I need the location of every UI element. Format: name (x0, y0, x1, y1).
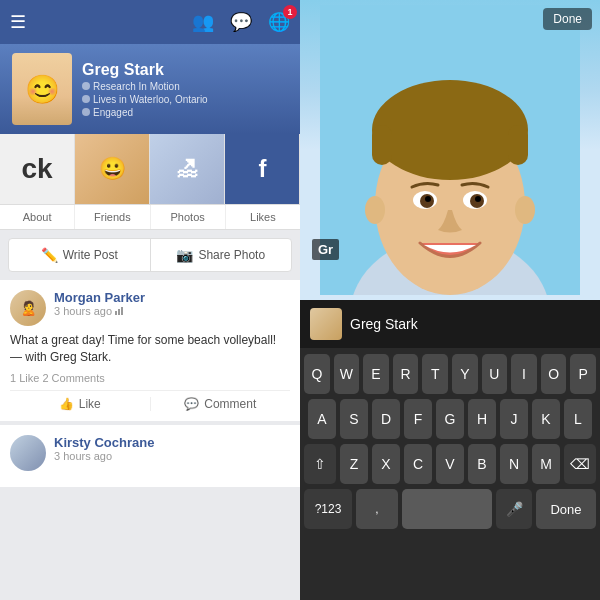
key-q[interactable]: Q (304, 354, 330, 394)
key-j[interactable]: J (500, 399, 528, 439)
post-avatar-1: 🙎 (10, 290, 46, 326)
kb-row-3: ⇧ Z X C V B N M ⌫ (304, 444, 596, 484)
key-z[interactable]: Z (340, 444, 368, 484)
key-w[interactable]: W (334, 354, 360, 394)
shift-key[interactable]: ⇧ (304, 444, 336, 484)
nav-bar: ☰ 👥 💬 🌐 (0, 0, 300, 44)
tab-about[interactable]: About (0, 205, 75, 229)
key-u[interactable]: U (482, 354, 508, 394)
key-h[interactable]: H (468, 399, 496, 439)
tab-bar: About Friends Photos Likes (0, 204, 300, 230)
key-s[interactable]: S (340, 399, 368, 439)
profile-info: Greg Stark Research In Motion Lives in W… (82, 61, 208, 118)
tag-search-bar: Greg Stark (300, 300, 600, 348)
key-n[interactable]: N (500, 444, 528, 484)
photo-thumb-3[interactable]: 🏖 (150, 134, 225, 204)
camera-icon: 📷 (176, 247, 193, 263)
svg-rect-5 (372, 125, 392, 165)
comment-icon: 💬 (184, 397, 199, 411)
svg-point-14 (515, 196, 535, 224)
svg-point-12 (475, 196, 481, 202)
signal-icon (115, 307, 123, 315)
profile-company: Research In Motion (82, 81, 208, 92)
action-row: ✏️ Write Post 📷 Share Photo (8, 238, 292, 272)
post-author-2[interactable]: Kirsty Cochrane (54, 435, 290, 450)
right-panel: Done Gr Greg Stark Q W E R T Y U I O P A… (300, 0, 600, 600)
photo-thumb-1[interactable]: ck (0, 134, 75, 204)
profile-header: 😊 Greg Stark Research In Motion Lives in… (0, 44, 300, 134)
done-key[interactable]: Done (536, 489, 596, 529)
done-button-photo[interactable]: Done (543, 8, 592, 30)
notifications-icon[interactable]: 🌐 (268, 11, 290, 33)
mic-key[interactable]: 🎤 (496, 489, 532, 529)
kb-row-2: A S D F G H J K L (304, 399, 596, 439)
write-post-button[interactable]: ✏️ Write Post (9, 239, 151, 271)
photo-thumb-2[interactable]: 😀 (75, 134, 150, 204)
post-card-1: 🙎 Morgan Parker 3 hours ago What a great… (0, 280, 300, 421)
tab-photos[interactable]: Photos (151, 205, 226, 229)
key-c[interactable]: C (404, 444, 432, 484)
num-key[interactable]: ?123 (304, 489, 352, 529)
tab-likes[interactable]: Likes (226, 205, 300, 229)
key-x[interactable]: X (372, 444, 400, 484)
key-v[interactable]: V (436, 444, 464, 484)
post-card-2: Kirsty Cochrane 3 hours ago (0, 425, 300, 487)
hamburger-icon[interactable]: ☰ (10, 11, 26, 33)
tag-avatar (310, 308, 342, 340)
key-t[interactable]: T (422, 354, 448, 394)
post-header-1: 🙎 Morgan Parker 3 hours ago (10, 290, 290, 326)
post-meta-2: Kirsty Cochrane 3 hours ago (54, 435, 290, 462)
tag-overlay: Gr (312, 239, 339, 260)
space-key[interactable] (402, 489, 492, 529)
key-a[interactable]: A (308, 399, 336, 439)
post-author-1[interactable]: Morgan Parker (54, 290, 290, 305)
key-b[interactable]: B (468, 444, 496, 484)
kb-row-1: Q W E R T Y U I O P (304, 354, 596, 394)
key-d[interactable]: D (372, 399, 400, 439)
photo-thumb-4[interactable]: f (225, 134, 300, 204)
photo-area: Done Gr (300, 0, 600, 300)
chat-icon[interactable]: 💬 (230, 11, 252, 33)
profile-name: Greg Stark (82, 61, 208, 79)
post-stats-1: 1 Like 2 Comments (10, 372, 290, 384)
like-button[interactable]: 👍 Like (10, 397, 151, 411)
key-p[interactable]: P (570, 354, 596, 394)
photos-strip: ck 😀 🏖 f (0, 134, 300, 204)
key-y[interactable]: Y (452, 354, 478, 394)
post-time-2: 3 hours ago (54, 450, 290, 462)
backspace-key[interactable]: ⌫ (564, 444, 596, 484)
keyboard: Q W E R T Y U I O P A S D F G H J K L ⇧ … (300, 348, 600, 600)
key-l[interactable]: L (564, 399, 592, 439)
post-actions-1: 👍 Like 💬 Comment (10, 390, 290, 411)
post-avatar-2 (10, 435, 46, 471)
share-photo-button[interactable]: 📷 Share Photo (151, 239, 292, 271)
svg-point-11 (425, 196, 431, 202)
comma-key[interactable]: , (356, 489, 398, 529)
svg-point-13 (365, 196, 385, 224)
post-meta-1: Morgan Parker 3 hours ago (54, 290, 290, 317)
profile-location: Lives in Waterloo, Ontario (82, 94, 208, 105)
key-k[interactable]: K (532, 399, 560, 439)
key-g[interactable]: G (436, 399, 464, 439)
key-o[interactable]: O (541, 354, 567, 394)
left-panel: ☰ 👥 💬 🌐 😊 Greg Stark Research In Motion … (0, 0, 300, 600)
key-f[interactable]: F (404, 399, 432, 439)
friends-icon[interactable]: 👥 (192, 11, 214, 33)
key-m[interactable]: M (532, 444, 560, 484)
kb-row-bottom: ?123 , 🎤 Done (304, 489, 596, 529)
tag-name-label: Greg Stark (350, 316, 418, 332)
svg-point-4 (372, 80, 528, 180)
key-e[interactable]: E (363, 354, 389, 394)
feed: 🙎 Morgan Parker 3 hours ago What a great… (0, 276, 300, 600)
post-body-1: What a great day! Time for some beach vo… (10, 332, 290, 366)
post-time-1: 3 hours ago (54, 305, 290, 317)
write-icon: ✏️ (41, 247, 58, 263)
profile-status: Engaged (82, 107, 208, 118)
key-r[interactable]: R (393, 354, 419, 394)
key-i[interactable]: I (511, 354, 537, 394)
tab-friends[interactable]: Friends (75, 205, 150, 229)
thumbs-up-icon: 👍 (59, 397, 74, 411)
comment-button[interactable]: 💬 Comment (151, 397, 291, 411)
svg-rect-6 (508, 125, 528, 165)
person-photo (300, 0, 600, 300)
